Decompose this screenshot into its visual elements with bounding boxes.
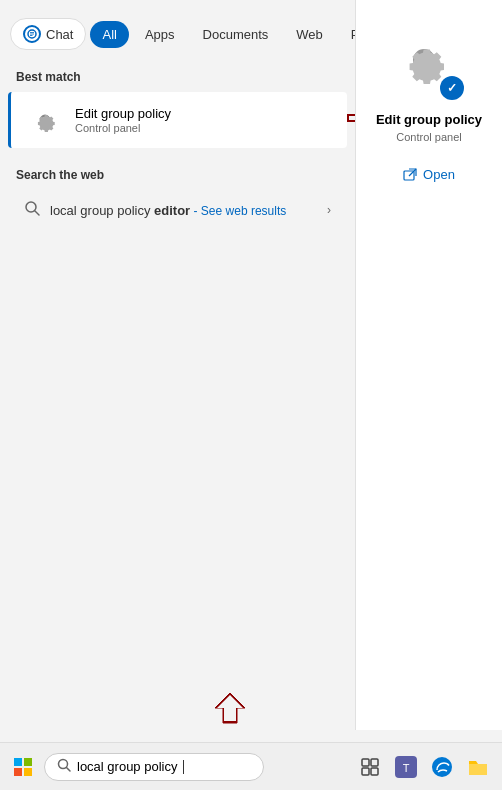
tab-documents-label: Documents [203, 27, 269, 42]
tab-chat-label: Chat [46, 27, 73, 42]
taskbar-search-bar[interactable]: local group policy [44, 753, 264, 781]
svg-line-14 [67, 767, 71, 771]
taskbar-icons: T [354, 751, 494, 783]
svg-rect-12 [24, 768, 32, 776]
svg-line-5 [35, 211, 39, 215]
teams-button[interactable]: T [390, 751, 422, 783]
cursor-caret [183, 760, 184, 774]
web-search-text: local group policy editor - See web resu… [50, 203, 317, 218]
web-search-prefix: local group policy [50, 203, 154, 218]
tab-bar: Chat All Apps Documents Web Settings Peo… [0, 0, 355, 58]
best-match-section-label: Best match [0, 58, 355, 92]
best-match-item[interactable]: Edit group policy Control panel [8, 92, 347, 148]
search-panel: Chat All Apps Documents Web Settings Peo… [0, 0, 355, 730]
right-panel: ✓ Edit group policy Control panel Open [355, 0, 502, 730]
start-button[interactable] [8, 752, 38, 782]
best-match-subtitle: Control panel [75, 122, 331, 134]
best-match-title: Edit group policy [75, 106, 331, 121]
taskbar-search-icon [57, 758, 71, 776]
right-panel-subtitle: Control panel [396, 131, 461, 143]
group-policy-icon [27, 102, 63, 138]
web-search-bold: editor [154, 203, 190, 218]
svg-rect-17 [362, 768, 369, 775]
open-button-label: Open [423, 167, 455, 182]
svg-rect-18 [371, 768, 378, 775]
taskbar: local group policy T [0, 742, 502, 790]
tab-apps[interactable]: Apps [133, 21, 187, 48]
svg-text:T: T [403, 762, 410, 774]
tab-apps-label: Apps [145, 27, 175, 42]
web-search-item[interactable]: local group policy editor - See web resu… [8, 190, 347, 230]
tab-chat[interactable]: Chat [10, 18, 86, 50]
svg-point-21 [432, 757, 452, 777]
svg-rect-15 [362, 759, 369, 766]
svg-rect-10 [24, 758, 32, 766]
search-icon [24, 200, 40, 220]
right-panel-icon-container: ✓ [394, 30, 464, 100]
tab-all-label: All [102, 27, 116, 42]
tab-all[interactable]: All [90, 21, 128, 48]
down-arrow-annotation [210, 688, 250, 732]
taskbar-search-text: local group policy [77, 759, 177, 774]
right-panel-title: Edit group policy [376, 112, 482, 127]
task-view-button[interactable] [354, 751, 386, 783]
svg-rect-11 [14, 768, 22, 776]
chevron-right-icon: › [327, 203, 331, 217]
svg-rect-9 [14, 758, 22, 766]
tab-web[interactable]: Web [284, 21, 335, 48]
file-explorer-button[interactable] [462, 751, 494, 783]
checkmark-badge: ✓ [440, 76, 464, 100]
tab-documents[interactable]: Documents [191, 21, 281, 48]
best-match-text: Edit group policy Control panel [75, 106, 331, 134]
chat-icon [23, 25, 41, 43]
svg-marker-8 [217, 695, 243, 721]
web-search-section-label: Search the web [0, 156, 355, 190]
edge-button[interactable] [426, 751, 458, 783]
tab-web-label: Web [296, 27, 323, 42]
web-search-link: - See web results [190, 204, 286, 218]
open-button[interactable]: Open [395, 163, 463, 186]
svg-rect-16 [371, 759, 378, 766]
